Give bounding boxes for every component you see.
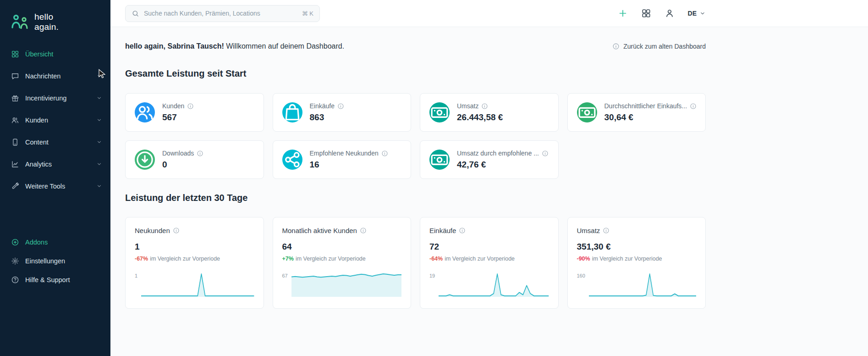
users-icon: [135, 102, 155, 122]
sidebar-item-label: Hilfe & Support: [25, 276, 70, 284]
info-icon[interactable]: [481, 103, 488, 110]
greeting-row: hello again, Sabrina Tausch! Willkommen …: [125, 42, 706, 51]
sidebar-item-gift[interactable]: Incentivierung: [0, 87, 110, 109]
sidebar-item-help[interactable]: Hilfe & Support: [0, 271, 110, 289]
create-new-button[interactable]: [618, 8, 628, 18]
sidebar-item-content[interactable]: Content: [0, 131, 110, 153]
info-icon: [612, 43, 620, 50]
sparkline-chart: 19: [429, 273, 549, 297]
greeting-text: hello again, Sabrina Tausch! Willkommen …: [125, 42, 344, 51]
info-icon[interactable]: [173, 227, 180, 234]
language-selector[interactable]: DE: [688, 10, 706, 17]
old-dashboard-link[interactable]: Zurück zum alten Dashboard: [612, 43, 706, 50]
analytics-icon: [11, 160, 19, 168]
stat-card-umsatz: Umsatz 26.443,58 €: [420, 93, 559, 132]
greeting-name: hello again, Sabrina Tausch!: [125, 42, 224, 50]
info-icon[interactable]: [187, 103, 194, 110]
messages-icon: [11, 72, 19, 80]
app-window: hello again. Übersicht Nachrichten: [0, 0, 868, 356]
sidebar-item-label: Weitere Tools: [25, 183, 65, 190]
chevron-down-icon[interactable]: [96, 161, 102, 167]
sidebar-nav: Übersicht Nachrichten Incentivierung: [0, 43, 110, 197]
y-axis-max-label: 67: [282, 273, 288, 278]
trend-value: 1: [135, 242, 254, 252]
sparkline: [439, 273, 549, 297]
trend-card-title: Neukunden: [135, 227, 170, 234]
stat-label: Umsatz: [457, 102, 478, 110]
stat-card-umsatz-empfohlene: Umsatz durch empfohlene ... 42,76 €: [420, 140, 559, 179]
stat-card-empfohlene-neukunden: Empfohlene Neukunden 16: [273, 140, 412, 179]
stat-value: 26.443,58 €: [457, 112, 503, 122]
sidebar-item-overview[interactable]: Übersicht: [0, 43, 110, 65]
sparkline-chart: 1: [135, 273, 254, 297]
sidebar-item-tools[interactable]: Weitere Tools: [0, 175, 110, 197]
content-icon: [11, 138, 19, 146]
download-icon: [135, 150, 155, 170]
brand-logo[interactable]: hello again.: [0, 0, 110, 32]
stat-value: 863: [310, 112, 344, 122]
y-axis-max-label: 160: [577, 273, 585, 278]
trend-value: 72: [429, 242, 549, 252]
delta-compare-text: im Vergleich zur Vorperiode: [445, 256, 515, 262]
old-dashboard-label: Zurück zum alten Dashboard: [623, 43, 706, 50]
sidebar-item-label: Nachrichten: [25, 72, 60, 80]
info-icon[interactable]: [542, 150, 549, 157]
search-icon: [132, 10, 139, 17]
delta-compare-text: im Vergleich zur Vorperiode: [592, 256, 662, 262]
chevron-down-icon[interactable]: [96, 183, 102, 189]
sidebar-secondary-nav: Addons Einstellungen Hilfe & Support: [0, 233, 110, 289]
money-icon: [429, 102, 450, 122]
greeting-message: Willkommen auf deinem Dashboard.: [226, 42, 344, 50]
trend-card-title: Umsatz: [577, 227, 600, 234]
global-search[interactable]: ⌘ K: [125, 5, 320, 22]
money-icon: [577, 102, 597, 122]
sidebar-item-messages[interactable]: Nachrichten: [0, 65, 110, 87]
info-icon[interactable]: [197, 150, 203, 157]
y-axis-max-label: 19: [429, 273, 435, 278]
search-input[interactable]: [144, 10, 297, 17]
stat-value: 30,64 €: [604, 112, 697, 122]
sidebar-item-users[interactable]: Kunden: [0, 109, 110, 131]
delta-compare-text: im Vergleich zur Vorperiode: [296, 256, 366, 262]
info-icon[interactable]: [459, 227, 466, 234]
info-icon[interactable]: [360, 227, 367, 234]
chevron-down-icon[interactable]: [96, 73, 102, 79]
chevron-down-icon[interactable]: [96, 139, 102, 145]
stat-label: Kunden: [162, 102, 184, 110]
trend-value: 64: [282, 242, 402, 252]
share-icon: [282, 150, 302, 170]
sidebar-item-settings[interactable]: Einstellungen: [0, 252, 110, 271]
help-icon: [11, 276, 19, 284]
trend-delta-row: -67%im Vergleich zur Vorperiode: [135, 256, 254, 262]
sparkline-chart: 67: [282, 273, 402, 297]
lifetime-stats-grid: Kunden 567 Einkäufe: [125, 93, 706, 179]
last30-trend-grid: Neukunden 1 -67%im Vergleich zur Vorperi…: [125, 217, 706, 309]
delta-percent: -64%: [429, 256, 443, 262]
stat-card-durchschnittlicher-einkaufswert: Durchschnittlicher Einkaufs... 30,64 €: [567, 93, 706, 132]
info-icon[interactable]: [690, 103, 696, 110]
account-button[interactable]: [665, 8, 675, 18]
trend-card-monatlich-aktive-kunden: Monatlich aktive Kunden 64 +7%im Verglei…: [273, 217, 412, 309]
sidebar-item-analytics[interactable]: Analytics: [0, 153, 110, 175]
chevron-down-icon[interactable]: [96, 117, 102, 123]
tools-icon: [11, 182, 19, 190]
info-icon[interactable]: [603, 227, 610, 234]
chevron-down-icon[interactable]: [96, 95, 102, 101]
delta-percent: -90%: [577, 256, 590, 262]
info-icon[interactable]: [381, 150, 388, 157]
info-icon[interactable]: [337, 103, 344, 110]
sidebar-item-label: Kunden: [25, 117, 48, 124]
sidebar-item-label: Analytics: [25, 161, 52, 168]
trend-delta-row: +7%im Vergleich zur Vorperiode: [282, 256, 402, 262]
stat-card-downloads: Downloads 0: [125, 140, 264, 179]
section-title-lifetime: Gesamte Leistung seit Start: [125, 67, 706, 79]
content: hello again, Sabrina Tausch! Willkommen …: [110, 27, 720, 309]
search-shortcut: ⌘ K: [302, 10, 313, 17]
sidebar-item-addons[interactable]: Addons: [0, 233, 110, 252]
stat-value: 42,76 €: [457, 160, 549, 170]
apps-menu-button[interactable]: [641, 8, 651, 18]
settings-icon: [11, 257, 19, 265]
sidebar-item-label: Übersicht: [25, 50, 53, 58]
users-icon: [11, 116, 19, 124]
main-area: ⌘ K DE hello again, Sabrina Tausch! Wi: [110, 0, 868, 356]
